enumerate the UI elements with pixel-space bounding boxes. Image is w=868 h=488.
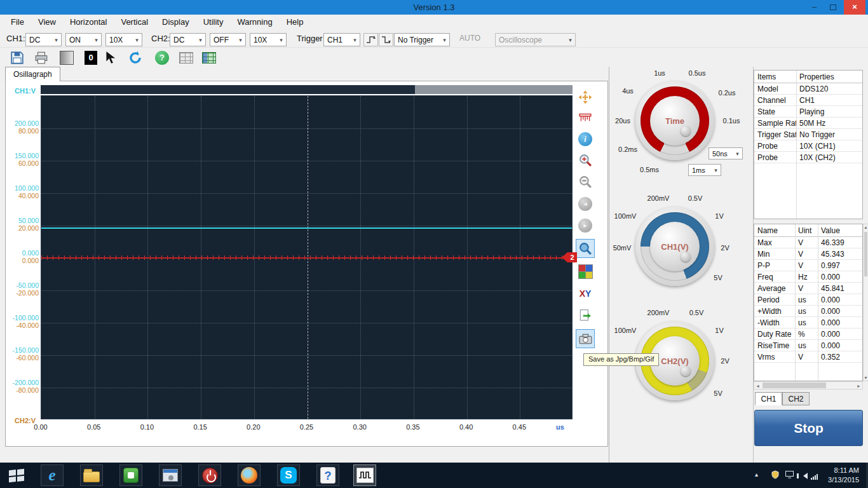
ch2-on-off-select[interactable]: OFF▾ [210,33,246,46]
measurements-horizontal-scrollbar[interactable]: ◄ ► [754,381,863,390]
taskbar-green-app-button[interactable] [119,464,142,486]
start-button[interactable] [5,464,28,486]
menu-item-vertical[interactable]: Vertical [114,15,155,29]
menu-item-horizontal[interactable]: Horizontal [63,15,114,29]
taskbar-firefox-button[interactable] [238,464,261,486]
tray-chevron-icon[interactable]: ▴ [755,471,758,478]
x-tick: 0.10 [140,423,154,431]
trigger-source-select[interactable]: CH1▾ [323,33,360,46]
chevron-down-icon: ▾ [566,37,575,43]
export-data-button[interactable] [576,306,595,325]
tray-shield-icon[interactable] [771,470,779,479]
cursor-mode-button[interactable] [102,50,119,66]
table-cell: 0.000 [818,294,862,305]
scroll-up-icon[interactable]: ▲ [864,225,868,229]
cursor-measure-button[interactable] [576,109,595,128]
taskbar-control-panel-button[interactable] [159,464,182,486]
pan-tool-button[interactable] [576,88,595,107]
close-button[interactable]: × [844,0,865,15]
table-cell: us [795,317,818,328]
arrow-left-icon: ◄ [578,197,592,211]
ch2-probe-select[interactable]: 10X▾ [250,33,287,46]
table-row: Probe10X (CH2) [754,152,862,163]
taskbar-power-button[interactable] [198,464,221,486]
taskbar-help-app-button[interactable]: ? [316,464,339,486]
scroll-down-icon[interactable]: ▼ [864,376,868,380]
knob-tick-label: 1V [715,212,723,220]
menu-item-file[interactable]: File [4,15,31,29]
stop-button[interactable]: Stop [754,410,863,446]
menu-item-warnning[interactable]: Warnning [230,15,279,29]
time-knob-dial[interactable]: Time [650,96,700,146]
xy-mode-button[interactable]: XY [576,284,595,303]
ch1-y-tick: 100.000 [7,184,39,192]
ch2-y-tick: -60.000 [7,354,39,362]
taskbar-explorer-button[interactable] [80,464,103,486]
zoom-out-button[interactable] [576,172,595,191]
tab-osillagraph[interactable]: Osillagraph [5,67,60,81]
info-button[interactable]: i [576,130,595,149]
menu-item-display[interactable]: Display [155,15,196,29]
tray-network-icon[interactable] [811,474,818,480]
ch2-coupling-select[interactable]: DC▾ [170,33,206,46]
skype-icon: S [280,467,297,484]
taskbar-skype-button[interactable]: S [277,464,300,486]
save-image-button[interactable] [576,329,595,348]
taskbar-ie-button[interactable]: e [41,464,64,486]
trigger-mode-select[interactable]: No Trigger▾ [394,33,450,46]
table-cell: Average [754,283,795,294]
gridline-horizontal [41,193,572,194]
ch1-knob-dial[interactable]: CH1(V) [650,222,700,271]
time-range-select[interactable]: 1ms▾ [688,164,721,176]
measurements-vertical-scrollbar[interactable]: ▲ ▼ [863,224,868,381]
scroll-right-icon[interactable]: ► [857,384,861,388]
minimize-button[interactable]: – [805,0,824,15]
trigger-marker-2[interactable]: 2 [562,252,577,262]
gridline-horizontal [41,290,572,291]
scrollbar-thumb[interactable] [763,383,826,388]
refresh-button[interactable] [127,50,144,66]
taskbar-oscilloscope-button[interactable] [353,464,376,486]
ch1-probe-select[interactable]: 10X▾ [105,33,142,46]
scroll-left-icon[interactable]: ◄ [756,384,760,388]
color-settings-button[interactable] [576,262,595,281]
menu-item-view[interactable]: View [31,15,63,29]
tab-ch2[interactable]: CH2 [782,392,810,405]
tray-clock[interactable]: 8:11 AM 3/13/2015 [820,466,859,485]
scrollbar-thumb[interactable] [415,85,573,94]
display-gradient-button[interactable] [58,50,75,66]
table-row: ModelDDS120 [754,83,862,95]
scrollbar-thumb[interactable] [864,232,867,276]
falling-edge-button[interactable] [379,33,393,46]
table-cell: V [795,248,818,259]
help-button[interactable]: ? [154,50,170,66]
knob-tick-label: 20us [615,117,630,125]
rising-edge-button[interactable] [363,33,378,46]
plot-horizontal-scrollbar[interactable] [41,85,573,94]
time-fine-select[interactable]: 50ns▾ [709,147,743,159]
maximize-button[interactable] [824,0,842,15]
device-mode-select[interactable]: Oscilloscope▾ [495,33,576,46]
data-sheet-button[interactable] [178,50,194,66]
table-cell: Sample Rate [754,118,796,128]
menu-item-utility[interactable]: Utility [196,15,231,29]
zoom-window-button[interactable] [576,239,595,258]
tray-monitor-icon[interactable] [785,471,794,478]
close-icon: × [852,2,857,11]
back-button[interactable]: ◄ [576,194,595,214]
zoom-in-button[interactable] [576,151,595,170]
forward-button[interactable]: ► [576,216,595,235]
menu-item-help[interactable]: Help [280,15,311,29]
ch2-knob-label: CH2(V) [661,356,688,366]
plot-canvas[interactable]: 2 [41,95,573,419]
knob-tick-label: 2V [721,357,729,365]
chevron-down-icon: ▾ [440,37,449,43]
print-button[interactable] [33,50,50,66]
tab-ch1[interactable]: CH1 [755,392,782,405]
ch1-coupling-select[interactable]: DC▾ [25,33,62,46]
ch1-on-off-select[interactable]: ON▾ [65,33,102,46]
save-button[interactable] [9,50,25,66]
grid-settings-button[interactable] [201,50,217,66]
tray-volume-icon[interactable] [803,473,808,479]
ch1-y-tick: 150.000 [7,152,39,159]
